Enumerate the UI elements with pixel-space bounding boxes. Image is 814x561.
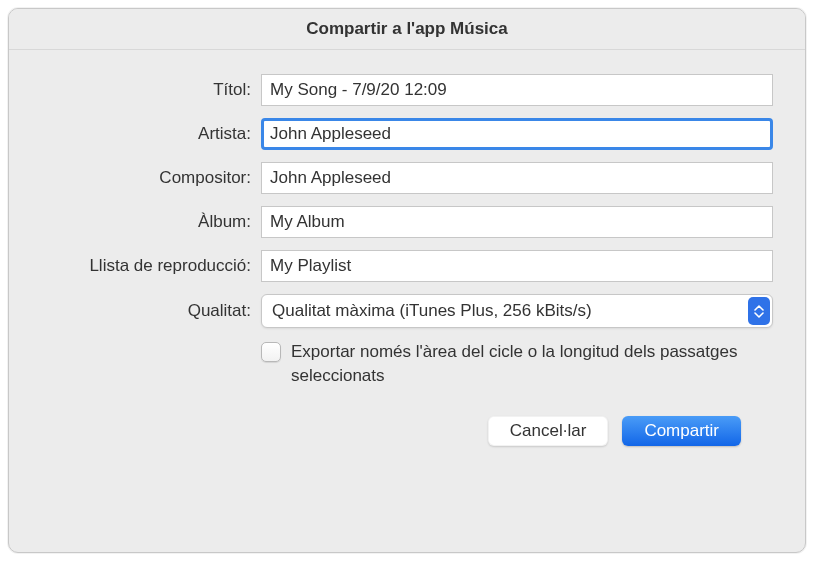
share-music-dialog: Compartir a l'app Música Títol: Artista:… [8,8,806,553]
playlist-input[interactable] [261,250,773,282]
export-only-checkbox[interactable] [261,342,281,362]
updown-icon [748,297,770,325]
title-input[interactable] [261,74,773,106]
cancel-button[interactable]: Cancel·lar [488,416,609,446]
playlist-row: Llista de reproducció: [9,250,773,282]
artist-label: Artista: [9,124,261,144]
playlist-label: Llista de reproducció: [9,256,261,276]
album-label: Àlbum: [9,212,261,232]
title-label: Títol: [9,80,261,100]
artist-input[interactable] [261,118,773,150]
composer-label: Compositor: [9,168,261,188]
composer-row: Compositor: [9,162,773,194]
album-row: Àlbum: [9,206,773,238]
dialog-title: Compartir a l'app Música [9,9,805,50]
artist-row: Artista: [9,118,773,150]
quality-select[interactable]: Qualitat màxima (iTunes Plus, 256 kBits/… [261,294,773,328]
quality-value: Qualitat màxima (iTunes Plus, 256 kBits/… [261,294,773,328]
title-row: Títol: [9,74,773,106]
composer-input[interactable] [261,162,773,194]
quality-label: Qualitat: [9,301,261,321]
export-only-row: Exportar només l'àrea del cicle o la lon… [261,340,773,388]
album-input[interactable] [261,206,773,238]
share-button[interactable]: Compartir [622,416,741,446]
quality-row: Qualitat: Qualitat màxima (iTunes Plus, … [9,294,773,328]
form: Títol: Artista: Compositor: Àlbum: Llist [9,50,805,446]
button-row: Cancel·lar Compartir [9,398,773,446]
export-only-label: Exportar només l'àrea del cicle o la lon… [291,340,741,388]
